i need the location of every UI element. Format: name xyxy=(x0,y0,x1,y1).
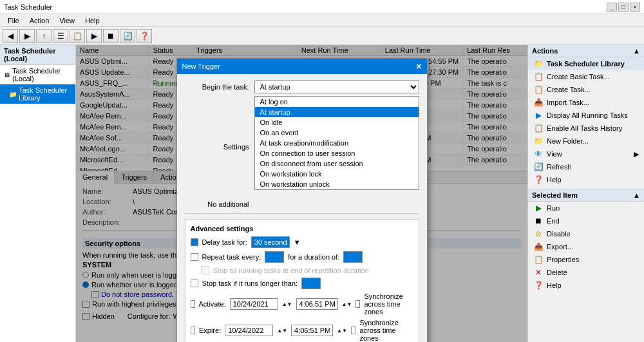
selected-expand-icon[interactable]: ▲ xyxy=(633,191,640,199)
sidebar-item-library[interactable]: 📁 Task Scheduler Library xyxy=(0,84,75,104)
activate-sync-cb[interactable] xyxy=(355,300,360,308)
refresh-button[interactable]: 🔄 xyxy=(120,29,135,43)
repeat-checkbox[interactable] xyxy=(191,253,198,261)
minimize-button[interactable]: _ xyxy=(607,3,617,12)
stop-longer-row: Stop task if it runs longer than: xyxy=(191,278,413,289)
action-enable-history[interactable]: 📋 Enable All Tasks History xyxy=(528,122,644,135)
action-create-task[interactable]: 📋 Create Task... xyxy=(528,83,644,96)
stop-all-label: Stop all running tasks at end of repetit… xyxy=(213,267,369,274)
disable-icon: ⊘ xyxy=(533,229,544,238)
properties-label: Properties xyxy=(547,256,579,263)
action-view[interactable]: 👁 View ▶ xyxy=(528,147,644,160)
computer-icon: 🖥 xyxy=(4,71,10,79)
properties-button[interactable]: 📋 xyxy=(70,29,85,43)
right-panel: Actions ▲ 📁 Task Scheduler Library 📋 Cre… xyxy=(528,45,644,342)
action-export[interactable]: 📤 Export... xyxy=(528,240,644,253)
option-on-connection[interactable]: On connection to user session xyxy=(255,148,419,158)
action-new-folder[interactable]: 📁 New Folder... xyxy=(528,135,644,147)
action-refresh[interactable]: 🔄 Refresh xyxy=(528,160,644,173)
action-help-selected[interactable]: ❓ Help xyxy=(528,279,644,292)
option-on-disconnect[interactable]: On disconnect from user session xyxy=(255,158,419,169)
export-icon: 📤 xyxy=(533,242,544,251)
maximize-button[interactable]: □ xyxy=(618,3,629,12)
option-at-creation[interactable]: At task creation/modification xyxy=(255,138,419,148)
menu-action[interactable]: Action xyxy=(24,15,55,26)
back-button[interactable]: ◀ xyxy=(3,29,18,43)
action-help-library[interactable]: ❓ Help xyxy=(528,173,644,186)
enable-history-icon: 📋 xyxy=(533,124,544,133)
help-button[interactable]: ❓ xyxy=(137,29,152,43)
display-running-icon: ▶ xyxy=(533,111,544,120)
stop-longer-checkbox[interactable] xyxy=(191,280,198,287)
action-end[interactable]: ⏹ End xyxy=(528,214,644,227)
action-library[interactable]: 📁 Task Scheduler Library xyxy=(528,57,644,70)
option-on-idle[interactable]: On idle xyxy=(255,117,419,128)
show-hide-button[interactable]: ☰ xyxy=(53,29,68,43)
menu-view[interactable]: View xyxy=(54,15,80,26)
activate-checkbox[interactable] xyxy=(191,300,195,308)
refresh-icon: 🔄 xyxy=(533,162,544,171)
option-on-event[interactable]: On an event xyxy=(255,128,419,138)
import-icon: 📥 xyxy=(533,98,544,107)
selected-item-title: Selected Item xyxy=(532,191,578,199)
option-at-log-on[interactable]: At log on xyxy=(255,97,419,107)
end-label: End xyxy=(547,217,560,225)
run-label: Run xyxy=(547,204,560,212)
activate-label: Activate: xyxy=(199,300,226,308)
action-display-running[interactable]: ▶ Display All Running Tasks xyxy=(528,109,644,122)
option-on-unlock[interactable]: On workstation unlock xyxy=(255,179,419,189)
option-on-lock[interactable]: On workstation lock xyxy=(255,169,419,179)
stop-all-checkbox[interactable] xyxy=(201,266,209,274)
activate-date-spin[interactable]: ▲▼ xyxy=(282,301,292,307)
library-folder-icon: 📁 xyxy=(533,59,544,68)
delay-checkbox[interactable] xyxy=(191,238,198,246)
activate-date-input[interactable] xyxy=(230,298,278,310)
titlebar: Task Scheduler _ □ × xyxy=(0,0,644,14)
expire-sync-cb[interactable] xyxy=(351,327,355,334)
actions-expand-icon[interactable]: ▲ xyxy=(633,47,640,55)
settings-row: Settings At log on At startup On idle On… xyxy=(185,99,419,195)
expire-date-input[interactable] xyxy=(225,325,273,336)
repeat-input[interactable] xyxy=(265,251,284,263)
action-create-basic[interactable]: 📋 Create Basic Task... xyxy=(528,70,644,83)
action-import[interactable]: 📥 Import Task... xyxy=(528,96,644,109)
action-run[interactable]: ▶ Run xyxy=(528,202,644,214)
sidebar-item-local[interactable]: 🖥 Task Scheduler (Local) xyxy=(0,65,75,84)
new-folder-icon: 📁 xyxy=(533,137,544,146)
menu-file[interactable]: File xyxy=(3,15,24,26)
expire-time-spin[interactable]: ▲▼ xyxy=(337,328,347,334)
activate-time-input[interactable] xyxy=(296,298,338,310)
sidebar-library-label: Task Scheduler Library xyxy=(19,86,71,102)
advanced-settings: Advanced settings Delay task for: ▼ Repe… xyxy=(185,219,419,342)
begin-task-row: Begin the task: At log onAt startupOn id… xyxy=(185,81,419,93)
refresh-label: Refresh xyxy=(547,163,572,171)
stop-longer-input[interactable] xyxy=(301,278,321,289)
delay-label: Delay task for: xyxy=(202,238,247,246)
forward-button[interactable]: ▶ xyxy=(19,29,35,43)
disable-label: Disable xyxy=(547,230,571,238)
option-at-startup[interactable]: At startup xyxy=(255,107,419,117)
activate-time-spin[interactable]: ▲▼ xyxy=(342,301,352,307)
action-disable[interactable]: ⊘ Disable xyxy=(528,227,644,240)
expire-label: Expire: xyxy=(199,327,221,334)
expire-date-spin[interactable]: ▲▼ xyxy=(277,328,287,334)
menu-help[interactable]: Help xyxy=(80,15,105,26)
stop-longer-label: Stop task if it runs longer than: xyxy=(202,280,298,287)
expire-checkbox[interactable] xyxy=(191,327,195,334)
actions-header: Actions ▲ xyxy=(528,45,644,57)
close-button[interactable]: × xyxy=(630,3,640,12)
end-button[interactable]: ⏹ xyxy=(103,29,118,43)
export-label: Export... xyxy=(547,243,573,251)
dialog-close-button[interactable]: × xyxy=(416,61,421,71)
begin-task-select[interactable]: At log onAt startupOn idleOn an eventAt … xyxy=(254,81,419,93)
action-properties[interactable]: 📋 Properties xyxy=(528,253,644,266)
selected-item-header: Selected Item ▲ xyxy=(528,189,644,202)
action-delete[interactable]: ✕ Delete xyxy=(528,266,644,279)
duration-input[interactable] xyxy=(343,251,363,263)
up-button[interactable]: ↑ xyxy=(36,29,52,43)
run-button[interactable]: ▶ xyxy=(86,29,102,43)
repeat-row: Repeat task every: for a duration of: xyxy=(191,251,413,263)
expire-time-input[interactable] xyxy=(291,325,333,336)
delay-dropdown-arrow[interactable]: ▼ xyxy=(294,238,301,246)
delay-input[interactable] xyxy=(251,236,290,248)
